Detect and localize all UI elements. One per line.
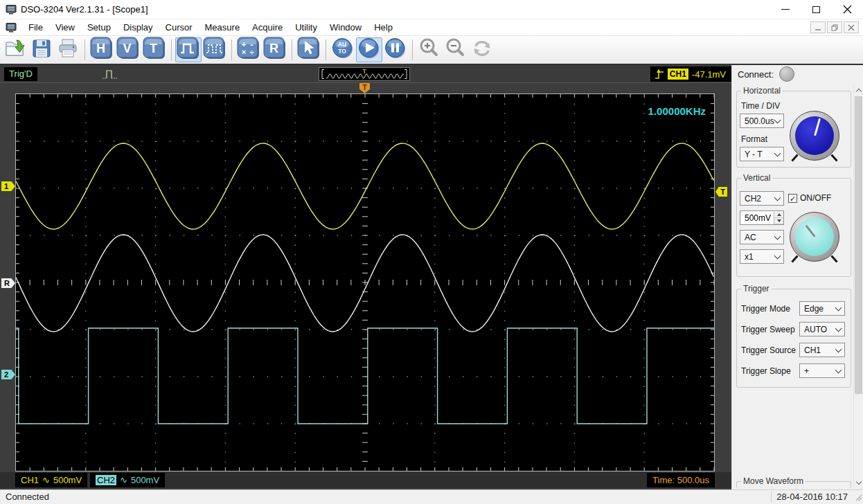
menu-acquire[interactable]: Acquire [246,19,289,36]
chevron-down-icon [835,345,842,352]
toolbar-open-button[interactable] [2,37,28,62]
toolbar-trigger-button[interactable]: T [141,37,168,62]
toolbar-vertical-button[interactable]: V [115,37,141,62]
toolbar-math-button[interactable]: +-×÷ [235,37,262,62]
toolbar-reference-button[interactable]: R [262,37,288,62]
channel-2-marker[interactable]: 2 [1,370,15,379]
svg-text:T: T [150,42,157,55]
toolbar-zoom-in-button[interactable] [416,37,443,62]
probe-select[interactable]: x1 [740,249,784,264]
toolbar-save-button[interactable] [28,37,55,62]
vertical-channel-select[interactable]: CH2 [740,191,784,206]
ch2-info[interactable]: CH2∿500mV [90,473,165,487]
toolbar-pulse-button[interactable] [175,37,202,62]
time-div-select[interactable]: 500.0us [740,114,784,128]
trigger-position-marker[interactable]: T [359,83,370,93]
svg-text:T: T [362,68,366,75]
menu-view[interactable]: View [49,19,81,36]
toolbar-separator [292,39,292,60]
trigger-row-label: Trigger Sweep [741,325,795,334]
svg-text:÷: ÷ [249,48,253,56]
select-value: Edge [804,304,824,314]
trigger-sweep-select[interactable]: AUTO [799,322,845,336]
maximize-icon [812,6,820,13]
refresh-icon [470,37,494,63]
trigger-row: Trigger SweepAUTO [741,322,845,336]
trigger-level-marker[interactable]: T [715,187,727,197]
autoset-icon: AUTO [331,37,355,63]
trigger-group-title: Trigger [741,284,772,294]
stepper-down-button[interactable] [774,218,783,224]
statusbar: Connected 28-04-2016 10:17 [0,489,863,504]
svg-text:×: × [242,48,246,56]
waveform-preview[interactable]: T [319,67,410,81]
toolbar-cursor-measure-button[interactable] [296,37,322,62]
toolbar-pause-button[interactable] [382,37,409,62]
scrollbar-thumb[interactable] [855,96,862,394]
vertical-position-knob[interactable] [790,212,839,262]
resize-grip[interactable] [854,493,862,503]
menu-measure[interactable]: Measure [199,19,247,36]
mdi-restore-button[interactable] [827,21,842,33]
channel-r-marker[interactable]: R [1,278,15,288]
toolbar-print-button[interactable] [55,37,81,62]
trigger-row: Trigger Slope+ [741,363,845,378]
trigger-mode-select[interactable]: Edge [799,301,845,316]
menu-utility[interactable]: Utility [289,19,323,36]
minimize-button[interactable] [769,0,801,19]
toolbar-separator [84,39,85,60]
menu-window[interactable]: Window [323,19,368,36]
window-title: DSO-3204 Ver2.1.31 - [Scope1] [21,4,148,15]
svg-text:V: V [123,42,131,55]
trigger-source-select[interactable]: CH1 [799,343,845,357]
menu-display[interactable]: Display [117,19,159,36]
ch1-info[interactable]: CH1∿500mV [15,473,87,487]
waveform-display[interactable]: 1.00000KHz [15,93,715,471]
toolbar-refresh-button[interactable] [469,37,495,62]
menu-setup[interactable]: Setup [81,19,117,36]
trigger-channel-badge: CH1 [668,69,688,80]
ch2-scale: 500mV [131,475,159,485]
format-label: Format [741,134,767,144]
vertical-channel-value: CH2 [745,194,761,204]
channel-1-marker[interactable]: 1 [1,181,15,191]
format-select[interactable]: Y - T [740,147,784,161]
menu-cursor[interactable]: Cursor [159,19,199,36]
toolbar-zoom-out-button[interactable] [443,37,469,62]
math-icon: +-×÷ [237,37,260,63]
connect-led[interactable] [779,66,794,82]
pulse-train-icon [203,37,226,63]
mdi-close-button[interactable] [844,21,859,33]
menu-file[interactable]: File [22,19,49,36]
save-icon [30,37,53,63]
panel-scrollbar[interactable] [853,85,863,488]
timebase-info: Time: 500.0us [647,473,715,487]
datetime: 28-04-2016 10:17 [776,492,848,502]
app-icon [6,4,17,15]
chevron-down-icon [774,150,781,156]
close-button[interactable] [832,0,863,19]
horizontal-icon: H [90,37,114,63]
channel-onoff-checkbox[interactable] [788,194,797,203]
time-div-value: 500.0us [745,116,774,126]
toolbar-horizontal-button[interactable]: H [89,37,115,62]
scope-area: Trig'D T CH1 -47.1mV [0,65,731,489]
mdi-minimize-button[interactable] [810,21,826,33]
format-value: Y - T [745,150,763,159]
stepper-up-button[interactable] [774,212,783,218]
maximize-button[interactable] [801,0,832,19]
menu-help[interactable]: Help [368,19,399,36]
horizontal-position-knob[interactable] [790,111,839,161]
toolbar-pulse-train-button[interactable] [202,37,228,62]
toolbar-run-button[interactable] [356,37,382,62]
coupling-select[interactable]: AC [740,230,784,244]
trigger-slope-select[interactable]: + [799,363,845,378]
toolbar-autoset-button[interactable]: AUTO [330,37,356,62]
volts-div-stepper[interactable]: 500mV [740,210,784,225]
trigger-status-bar: Trig'D T CH1 -47.1mV [0,65,731,83]
scroll-up-button[interactable] [854,85,863,96]
reference-icon: R [263,37,287,63]
triangle-up-icon [777,213,781,216]
trigger-row-label: Trigger Source [741,345,796,355]
scroll-down-button[interactable] [854,478,863,488]
